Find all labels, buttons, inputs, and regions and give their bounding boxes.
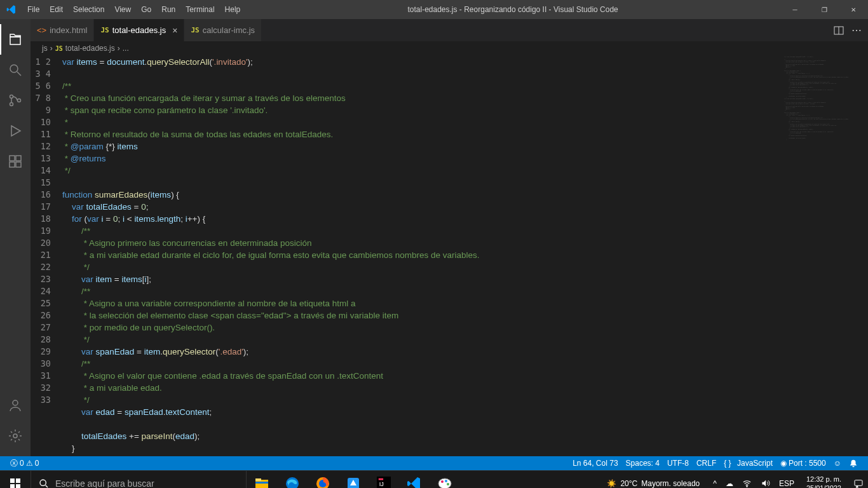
- vscode-app-icon[interactable]: [399, 471, 430, 489]
- problems-status[interactable]: ⓧ0 ⚠0: [6, 458, 43, 469]
- html-file-icon: <>: [37, 25, 46, 35]
- encoding-status[interactable]: UTF-8: [663, 459, 693, 468]
- notifications-icon[interactable]: [845, 459, 862, 468]
- cursor-position[interactable]: Ln 64, Col 73: [569, 459, 621, 468]
- menu-file[interactable]: File: [22, 0, 44, 19]
- search-icon[interactable]: [0, 55, 31, 85]
- chevron-right-icon: ›: [50, 44, 53, 53]
- tray-chevron-icon[interactable]: ^: [711, 479, 719, 488]
- menu-terminal[interactable]: Terminal: [180, 0, 219, 19]
- svg-rect-24: [379, 478, 383, 480]
- svg-point-30: [747, 486, 747, 487]
- error-icon: ⓧ: [10, 458, 18, 469]
- code-content[interactable]: var items = document.querySelectorAll('.…: [62, 55, 868, 456]
- svg-rect-6: [10, 162, 15, 167]
- tab-label: index.html: [50, 25, 87, 35]
- extensions-icon[interactable]: [0, 146, 31, 177]
- tab-label: total-edades.js: [112, 25, 166, 35]
- svg-rect-12: [16, 478, 20, 483]
- tab-actions: ⋯: [834, 19, 868, 41]
- svg-rect-16: [255, 480, 268, 489]
- menu-bar: FileEditSelectionViewGoRunTerminalHelp: [22, 0, 245, 19]
- line-numbers: 1 2 3 4 5 6 7 8 9 10 11 12 13 14 15 16 1…: [31, 55, 62, 456]
- minimap[interactable]: var items = document.querySelectorAll('.…: [783, 55, 859, 456]
- run-debug-icon[interactable]: [0, 116, 31, 146]
- explorer-icon[interactable]: [0, 24, 31, 55]
- close-button[interactable]: ✕: [839, 0, 868, 19]
- language-indicator[interactable]: ESP: [777, 479, 796, 488]
- svg-rect-18: [255, 482, 268, 484]
- menu-run[interactable]: Run: [156, 0, 180, 19]
- menu-help[interactable]: Help: [220, 0, 246, 19]
- js-file-icon: JS: [100, 26, 109, 34]
- breadcrumb-more[interactable]: ...: [123, 44, 129, 53]
- onedrive-icon[interactable]: ☁: [724, 479, 735, 488]
- svg-point-0: [10, 65, 18, 72]
- broadcast-icon: ◉: [780, 459, 787, 468]
- minimize-button[interactable]: ─: [780, 0, 810, 19]
- live-server-status[interactable]: ◉Port : 5500: [776, 459, 830, 468]
- svg-rect-31: [855, 480, 862, 485]
- indentation-status[interactable]: Spaces: 4: [622, 459, 663, 468]
- js-file-icon: JS: [55, 45, 63, 52]
- editor-tabs: <>index.htmlJStotal-edades.js×JScalcular…: [31, 19, 868, 41]
- titlebar: FileEditSelectionViewGoRunTerminalHelp t…: [0, 0, 868, 19]
- activity-bar: [0, 19, 31, 456]
- breadcrumb[interactable]: js › JS total-edades.js › ...: [31, 41, 868, 55]
- action-center-icon[interactable]: [851, 478, 865, 489]
- weather-widget[interactable]: ☀️ 20°C Mayorm. soleado: [600, 479, 706, 488]
- status-bar: ⓧ0 ⚠0 Ln 64, Col 73 Spaces: 4 UTF-8 CRLF…: [0, 456, 868, 470]
- source-control-icon[interactable]: [0, 85, 31, 116]
- tab-total-edades-js[interactable]: JStotal-edades.js×: [94, 19, 184, 41]
- code-editor[interactable]: 1 2 3 4 5 6 7 8 9 10 11 12 13 14 15 16 1…: [31, 55, 868, 456]
- svg-point-9: [13, 434, 17, 438]
- firefox-app-icon[interactable]: [308, 471, 338, 489]
- svg-point-1: [10, 95, 13, 98]
- svg-point-27: [441, 480, 444, 483]
- js-file-icon: JS: [191, 26, 199, 34]
- svg-text:IJ: IJ: [379, 480, 384, 487]
- svg-rect-14: [16, 484, 20, 489]
- tab-calcular-imc-js[interactable]: JScalcular-imc.js: [184, 19, 262, 41]
- menu-selection[interactable]: Selection: [68, 0, 109, 19]
- weather-icon: ☀️: [607, 479, 616, 488]
- more-actions-icon[interactable]: ⋯: [851, 24, 862, 36]
- start-button[interactable]: [0, 471, 31, 489]
- window-title: total-edades.js - Reorganizando código I…: [245, 5, 780, 14]
- maximize-button[interactable]: ❐: [810, 0, 839, 19]
- app-icon-1[interactable]: [338, 471, 369, 489]
- svg-point-26: [438, 478, 451, 489]
- file-explorer-app-icon[interactable]: [247, 471, 277, 489]
- vscode-logo-icon: [0, 4, 22, 15]
- volume-icon[interactable]: [759, 478, 772, 488]
- svg-rect-11: [10, 478, 15, 483]
- search-placeholder: Escribe aquí para buscar: [55, 478, 154, 489]
- settings-gear-icon[interactable]: [0, 421, 31, 451]
- tab-index-html[interactable]: <>index.html: [31, 19, 94, 41]
- intellij-app-icon[interactable]: IJ: [369, 471, 399, 489]
- menu-view[interactable]: View: [109, 0, 136, 19]
- svg-rect-17: [255, 478, 261, 481]
- clock[interactable]: 12:32 p. m. 25/01/2022: [801, 475, 846, 489]
- paint-app-icon[interactable]: [430, 471, 460, 489]
- feedback-icon[interactable]: ☺: [830, 459, 845, 468]
- search-icon: [39, 478, 49, 489]
- menu-go[interactable]: Go: [136, 0, 156, 19]
- tab-label: calcular-imc.js: [203, 25, 255, 35]
- tab-close-icon[interactable]: ×: [172, 25, 177, 36]
- wifi-icon[interactable]: [740, 478, 754, 488]
- accounts-icon[interactable]: [0, 390, 31, 421]
- svg-point-29: [447, 483, 449, 485]
- split-editor-icon[interactable]: [834, 25, 844, 36]
- editor-area: <>index.htmlJStotal-edades.js×JScalcular…: [31, 19, 868, 456]
- windows-taskbar: Escribe aquí para buscar IJ ☀️ 20°C Mayo…: [0, 470, 868, 488]
- svg-rect-5: [16, 156, 21, 161]
- svg-rect-13: [10, 484, 15, 489]
- edge-app-icon[interactable]: [277, 471, 308, 489]
- breadcrumb-file[interactable]: total-edades.js: [65, 44, 115, 53]
- eol-status[interactable]: CRLF: [693, 459, 720, 468]
- breadcrumb-folder[interactable]: js: [42, 44, 48, 53]
- language-mode[interactable]: { } JavaScript: [720, 459, 776, 468]
- menu-edit[interactable]: Edit: [44, 0, 68, 19]
- taskbar-search[interactable]: Escribe aquí para buscar: [31, 471, 247, 489]
